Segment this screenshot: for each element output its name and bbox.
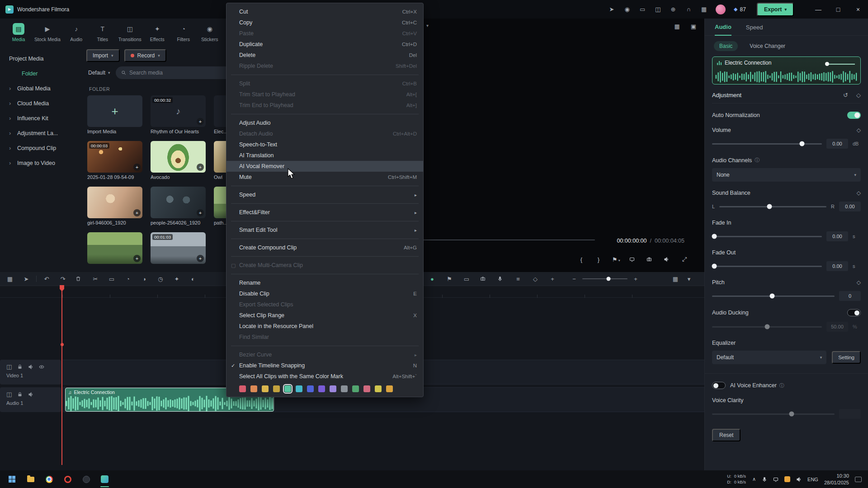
tray-app-icon[interactable]: [784, 476, 790, 482]
library-category-item[interactable]: › Cloud Media: [0, 96, 84, 111]
context-menu-item[interactable]: AI Translation: [226, 150, 423, 161]
keyframe-diamond-icon[interactable]: ◇: [856, 92, 861, 99]
subtab-voice-changer[interactable]: Voice Changer: [744, 41, 791, 51]
mark-in-icon[interactable]: {: [578, 256, 585, 263]
add-to-timeline-button[interactable]: +: [197, 164, 204, 171]
voiceover-mic-icon[interactable]: [497, 276, 505, 282]
context-menu-item[interactable]: Adjust Audio: [226, 117, 423, 128]
add-marker-icon[interactable]: +: [549, 276, 556, 282]
library-nav-tab[interactable]: T Titles: [90, 22, 116, 45]
fade-in-value[interactable]: 0.00: [826, 231, 848, 241]
render-preview-icon[interactable]: ●: [429, 276, 436, 282]
display-mode-icon[interactable]: [629, 257, 637, 262]
undo-icon[interactable]: ↶: [43, 276, 50, 282]
redo-icon[interactable]: ↷: [59, 276, 66, 282]
color-icon[interactable]: ◑: [141, 276, 148, 282]
taskbar-app[interactable]: [77, 470, 95, 488]
playhead[interactable]: [61, 285, 62, 465]
language-indicator[interactable]: ENG: [807, 477, 818, 482]
share-icon[interactable]: ➤: [608, 6, 615, 13]
user-avatar[interactable]: [716, 5, 726, 14]
mask-icon[interactable]: ◐: [189, 276, 197, 282]
library-category-item[interactable]: › Global Media: [0, 81, 84, 96]
media-blocks-icon[interactable]: ▦: [6, 276, 14, 282]
context-menu-item[interactable]: Detach Audio Ctrl+Alt+D: [226, 128, 423, 139]
color-swatch[interactable]: [363, 385, 370, 392]
context-menu-item[interactable]: Cut Ctrl+X: [226, 6, 423, 17]
color-swatch[interactable]: [273, 385, 280, 392]
library-nav-tab[interactable]: ▤ Media: [5, 22, 32, 45]
fade-out-value[interactable]: 0.00: [826, 261, 848, 271]
media-card[interactable]: + girl-946006_1920: [87, 187, 142, 226]
library-category-item[interactable]: › Compound Clip: [0, 141, 84, 155]
context-menu-item[interactable]: Paste Ctrl+V: [226, 28, 423, 39]
credits-counter[interactable]: ◆ 87: [734, 6, 746, 13]
color-swatch[interactable]: [375, 385, 382, 392]
library-nav-tab[interactable]: ◉ Stickers: [197, 22, 223, 45]
library-nav-tab[interactable]: ◔ Filters: [170, 22, 197, 45]
context-menu-item[interactable]: Effect&Filter ▸: [226, 207, 423, 218]
balance-keyframe-icon[interactable]: ◇: [857, 190, 861, 196]
sound-balance-value[interactable]: 0.00: [839, 202, 861, 211]
color-swatch[interactable]: [352, 385, 359, 392]
color-swatch[interactable]: [330, 385, 336, 392]
zoom-out-icon[interactable]: −: [571, 276, 578, 282]
library-category-item[interactable]: Folder: [0, 66, 84, 81]
color-swatch[interactable]: [250, 385, 257, 392]
sort-dropdown[interactable]: Default ▾: [86, 70, 112, 76]
context-menu-item[interactable]: Find Similar: [226, 332, 423, 343]
import-button[interactable]: Import ▾: [86, 49, 120, 62]
add-to-timeline-button[interactable]: +: [197, 118, 204, 125]
selected-clip-preview[interactable]: Electric Connection: [712, 56, 861, 84]
media-card[interactable]: + Avocado: [151, 141, 206, 180]
taskbar-chrome[interactable]: [40, 470, 58, 488]
context-menu-item[interactable]: Split Ctrl+B: [226, 78, 423, 89]
context-menu-item[interactable]: Locate in the Resource Panel: [226, 321, 423, 332]
color-swatch[interactable]: [341, 385, 348, 392]
audio-channels-dropdown[interactable]: None ▾: [712, 168, 861, 182]
add-to-timeline-button[interactable]: +: [197, 209, 204, 216]
library-nav-tab[interactable]: ✦ Effects: [144, 22, 170, 45]
context-menu-item[interactable]: Trim Start to Playhead Alt+[: [226, 89, 423, 100]
keyframe-clock-icon[interactable]: ◷: [157, 276, 164, 282]
library-category-item[interactable]: › Influence Kit: [0, 111, 84, 126]
split-scissors-icon[interactable]: ✂: [92, 276, 99, 282]
context-menu-item[interactable]: Duplicate Ctrl+D: [226, 39, 423, 50]
lock-icon[interactable]: [17, 392, 23, 397]
audio-track-header[interactable]: ◫ Audio 1: [0, 387, 61, 412]
library-category-item[interactable]: › Image to Video: [0, 155, 84, 170]
image-view-icon[interactable]: ▣: [691, 23, 696, 30]
delete-icon[interactable]: [75, 276, 83, 282]
fade-in-slider[interactable]: [712, 236, 822, 237]
tab-audio[interactable]: Audio: [715, 23, 731, 36]
info-icon[interactable]: ⓘ: [755, 157, 760, 164]
zoom-slider[interactable]: [582, 278, 627, 279]
library-category-item[interactable]: › Adjustment La...: [0, 126, 84, 141]
start-button[interactable]: [3, 470, 21, 488]
track-view-icon[interactable]: ◫: [6, 363, 12, 370]
fade-out-slider[interactable]: [712, 266, 822, 267]
context-menu-item[interactable]: Ripple Delete Shift+Del: [226, 61, 423, 71]
context-menu-item[interactable]: Select Clip Range X: [226, 310, 423, 321]
color-swatch[interactable]: [239, 385, 246, 392]
context-menu-item[interactable]: Speed ▸: [226, 189, 423, 200]
auto-normalization-toggle[interactable]: [847, 112, 861, 119]
media-card[interactable]: + + Import Media: [87, 95, 142, 135]
taskbar-filmora[interactable]: [95, 470, 114, 488]
audio-ducking-slider[interactable]: [712, 326, 822, 328]
context-menu-item[interactable]: ✓ Enable Timeline Snapping N: [226, 360, 423, 371]
volume-icon[interactable]: [664, 257, 671, 262]
pitch-keyframe-icon[interactable]: ◇: [857, 279, 861, 286]
minimize-button[interactable]: —: [808, 0, 828, 19]
context-menu-item[interactable]: Bezier Curve ▸: [226, 349, 423, 360]
context-menu-item[interactable]: Delete Del: [226, 50, 423, 61]
context-menu-item[interactable]: AI Vocal Remover: [226, 161, 423, 172]
apps-grid-icon[interactable]: ▦: [700, 6, 708, 13]
screen-record-icon[interactable]: ▭: [463, 276, 470, 282]
taskbar-file-explorer[interactable]: [21, 470, 40, 488]
crop-icon[interactable]: ▭: [108, 276, 115, 282]
eye-icon[interactable]: [39, 364, 44, 370]
headset-support-icon[interactable]: ∩: [685, 6, 692, 13]
context-menu-item[interactable]: Speech-to-Text: [226, 139, 423, 150]
track-view-icon[interactable]: ◫: [6, 391, 12, 398]
